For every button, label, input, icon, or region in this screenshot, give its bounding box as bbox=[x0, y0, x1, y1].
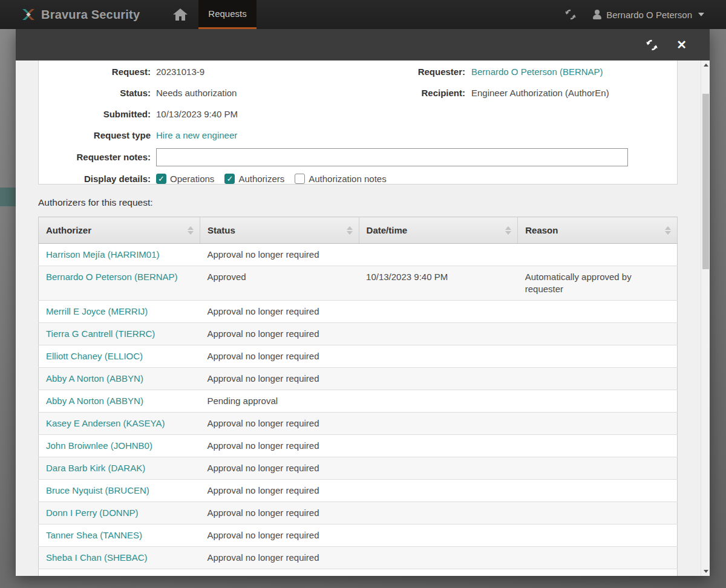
table-row: Tanner Shea (TANNES) Approval no longer … bbox=[39, 524, 678, 547]
table-row: Sheba I Chan (SHEBAC) Approval no longer… bbox=[39, 547, 678, 569]
modal-refresh-icon[interactable] bbox=[646, 39, 658, 51]
scrollbar-thumb[interactable] bbox=[702, 94, 709, 269]
row-reason bbox=[518, 480, 678, 502]
submitted-value: 10/13/2023 9:40 PM bbox=[156, 109, 238, 119]
row-reason bbox=[518, 390, 678, 413]
table-row: Abby A Norton (ABBYN) Approval no longer… bbox=[39, 368, 678, 390]
row-datetime bbox=[359, 569, 518, 577]
modal-scrollbar[interactable] bbox=[701, 60, 710, 576]
table-row: Heath F Vazquez (HEATHV) Approval no lon… bbox=[39, 569, 678, 577]
request-details-modal: ✕ Request: 20231013-9 Requester: Bernard… bbox=[16, 29, 710, 576]
navbar-right: Bernardo O Peterson bbox=[564, 0, 726, 29]
scroll-down-icon[interactable] bbox=[701, 567, 710, 576]
row-status: Pending approval bbox=[200, 390, 359, 413]
authorizer-link[interactable]: Tierra G Cantrell (TIERRC) bbox=[46, 328, 155, 339]
authorizer-link[interactable]: Harrison Mejía (HARRIM01) bbox=[46, 249, 160, 260]
authorizer-link[interactable]: Sheba I Chan (SHEBAC) bbox=[46, 552, 148, 563]
request-type-link[interactable]: Hire a new engineer bbox=[156, 130, 237, 140]
display-checkbox-authorization-notes[interactable]: Authorization notes bbox=[295, 174, 386, 184]
sort-icon bbox=[505, 226, 511, 235]
authorizer-link[interactable]: Tanner Shea (TANNES) bbox=[46, 530, 142, 540]
detail-row-display-details: Display details: ✓Operations✓Authorizers… bbox=[39, 168, 677, 189]
bravura-logo-icon bbox=[21, 7, 36, 22]
row-datetime bbox=[359, 457, 518, 480]
row-reason bbox=[518, 569, 678, 577]
authorizer-link[interactable]: Dara Barb Kirk (DARAK) bbox=[46, 463, 145, 473]
caret-down-icon bbox=[698, 13, 704, 16]
checkbox-checked-icon[interactable]: ✓ bbox=[156, 174, 166, 184]
row-reason bbox=[518, 301, 678, 323]
authorizer-link[interactable]: Heath F Vazquez (HEATHV) bbox=[46, 575, 160, 576]
row-datetime bbox=[359, 413, 518, 435]
status-value: Needs authorization bbox=[156, 88, 237, 98]
detail-row-request: Request: 20231013-9 Requester: Bernardo … bbox=[39, 61, 677, 82]
authorizer-link[interactable]: Abby A Norton (ABBYN) bbox=[46, 373, 143, 384]
row-datetime bbox=[359, 480, 518, 502]
row-reason bbox=[518, 524, 678, 547]
display-details-checkboxes: ✓Operations✓AuthorizersAuthorization not… bbox=[156, 174, 387, 184]
detail-row-status: Status: Needs authorization Recipient: E… bbox=[39, 82, 677, 103]
home-nav-button[interactable] bbox=[162, 0, 198, 29]
table-row: Elliott Chaney (ELLIOC) Approval no long… bbox=[39, 345, 678, 368]
request-details-panel: Request: 20231013-9 Requester: Bernardo … bbox=[38, 60, 678, 185]
authorizers-tbody: Harrison Mejía (HARRIM01) Approval no lo… bbox=[39, 244, 678, 577]
display-checkbox-authorizers[interactable]: ✓Authorizers bbox=[224, 174, 284, 184]
detail-row-submitted: Submitted: 10/13/2023 9:40 PM bbox=[39, 103, 677, 125]
row-status: Approval no longer required bbox=[200, 547, 359, 569]
row-reason bbox=[518, 457, 678, 480]
column-header[interactable]: Date/time bbox=[359, 217, 518, 244]
requester-link[interactable]: Bernardo O Peterson (BERNAP) bbox=[471, 67, 603, 77]
status-label: Status: bbox=[39, 88, 151, 98]
authorizer-link[interactable]: Bruce Nyquist (BRUCEN) bbox=[46, 485, 149, 495]
row-status: Approval no longer required bbox=[200, 502, 359, 524]
checkbox-label: Authorization notes bbox=[309, 174, 386, 184]
detail-row-requester-notes: Requester notes: bbox=[39, 146, 677, 168]
column-header[interactable]: Authorizer bbox=[39, 217, 200, 244]
table-row: Bernardo O Peterson (BERNAP) Approved 10… bbox=[39, 266, 678, 301]
row-reason: Automatically approved by requester bbox=[518, 266, 678, 301]
modal-header: ✕ bbox=[16, 29, 710, 60]
brand-title: Bravura Security bbox=[41, 8, 140, 22]
checkbox-label: Operations bbox=[170, 174, 214, 184]
submitted-label: Submitted: bbox=[39, 109, 151, 119]
authorizer-link[interactable]: Abby A Norton (ABBYN) bbox=[46, 396, 143, 406]
row-status: Approval no longer required bbox=[200, 413, 359, 435]
table-row: Dara Barb Kirk (DARAK) Approval no longe… bbox=[39, 457, 678, 480]
row-datetime bbox=[359, 524, 518, 547]
authorizer-link[interactable]: Elliott Chaney (ELLIOC) bbox=[46, 351, 143, 361]
row-datetime bbox=[359, 244, 518, 266]
requester-label: Requester: bbox=[399, 67, 465, 77]
row-reason bbox=[518, 368, 678, 390]
modal-close-icon[interactable]: ✕ bbox=[676, 39, 687, 51]
authorizer-link[interactable]: Merrill E Joyce (MERRIJ) bbox=[46, 306, 148, 316]
row-status: Approval no longer required bbox=[200, 480, 359, 502]
requester-notes-input[interactable] bbox=[156, 148, 628, 166]
column-header[interactable]: Status bbox=[200, 217, 359, 244]
row-datetime bbox=[359, 547, 518, 569]
sort-icon bbox=[665, 226, 671, 235]
row-datetime bbox=[359, 345, 518, 368]
tab-requests[interactable]: Requests bbox=[198, 0, 257, 29]
row-reason bbox=[518, 323, 678, 345]
column-header[interactable]: Reason bbox=[518, 217, 678, 244]
checkbox-checked-icon[interactable]: ✓ bbox=[224, 174, 235, 184]
authorizer-link[interactable]: Donn I Perry (DONNP) bbox=[46, 508, 139, 518]
row-reason bbox=[518, 413, 678, 435]
checkbox-unchecked-icon[interactable] bbox=[295, 174, 305, 184]
refresh-icon[interactable] bbox=[564, 8, 577, 21]
authorizer-link[interactable]: Kasey E Andersen (KASEYA) bbox=[46, 418, 165, 428]
authorizers-header-row: Authorizer Status Date/time Reason bbox=[39, 217, 678, 244]
row-status: Approval no longer required bbox=[200, 345, 359, 368]
display-checkbox-operations[interactable]: ✓Operations bbox=[156, 174, 214, 184]
table-row: Merrill E Joyce (MERRIJ) Approval no lon… bbox=[39, 301, 678, 323]
row-status: Approval no longer required bbox=[200, 524, 359, 547]
column-header-label: Reason bbox=[525, 225, 558, 235]
row-status: Approval no longer required bbox=[200, 569, 359, 577]
authorizer-link[interactable]: John Broiwnlee (JOHNB0) bbox=[46, 440, 152, 451]
row-status: Approval no longer required bbox=[200, 323, 359, 345]
scroll-up-icon[interactable] bbox=[701, 60, 710, 70]
person-icon bbox=[592, 10, 602, 19]
user-menu[interactable]: Bernardo O Peterson bbox=[592, 10, 704, 20]
authorizer-link[interactable]: Bernardo O Peterson (BERNAP) bbox=[46, 272, 178, 282]
brand: Bravura Security bbox=[0, 0, 151, 29]
